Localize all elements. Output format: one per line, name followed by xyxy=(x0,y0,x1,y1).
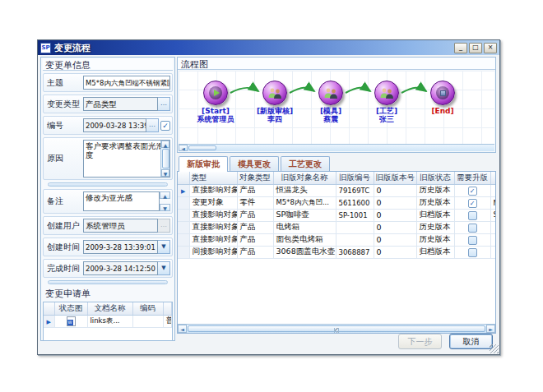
scroll-thumb[interactable] xyxy=(188,145,216,150)
close-button[interactable]: × xyxy=(484,43,497,53)
upgrade-checkbox[interactable] xyxy=(468,211,477,220)
creator-input[interactable]: 系统管理员 xyxy=(83,219,158,233)
mini-cell-code xyxy=(132,315,163,327)
creator-ellipsis-button: … xyxy=(158,219,170,233)
remark-textarea[interactable]: 修改为亚光感 xyxy=(83,191,160,211)
table-row[interactable]: ▶ 直接影响对象产品 恒温龙头79169TC 0历史版本 xyxy=(178,184,496,196)
flow-canvas[interactable]: [Start] 系统管理员 [新版审核] 李四 [模具] 蔡震 xyxy=(179,71,494,144)
subject-label: 主题 xyxy=(45,77,83,89)
table-row[interactable]: 变更对象零件 M5*8内六角凹...5611600 0历史版本 M5*8 xyxy=(178,196,496,209)
titlebar[interactable]: SP 变更流程 _ □ × xyxy=(38,40,499,55)
scroll-up-icon[interactable]: ▲ xyxy=(161,141,169,148)
upgrade-checkbox[interactable] xyxy=(468,248,477,257)
spin-down-icon[interactable]: ▼ xyxy=(160,204,170,211)
upgrade-checkbox[interactable] xyxy=(468,199,477,208)
resize-grip[interactable] xyxy=(490,344,499,353)
selector-header xyxy=(178,172,189,184)
people-icon xyxy=(318,81,343,105)
col-old-code[interactable]: 旧版编号 xyxy=(336,172,374,184)
number-ellipsis-button[interactable]: … xyxy=(146,118,159,132)
window-title: 变更流程 xyxy=(54,42,454,54)
panel-header-change-request-list: 变更申请单 xyxy=(43,287,173,299)
end-node-icon xyxy=(430,81,455,105)
field-number: 编号 2009-03-28 13:39:01 … ✓ xyxy=(43,116,173,135)
tab-mold-change[interactable]: 模具更改 xyxy=(230,156,279,171)
table-row[interactable]: 直接影响对象产品 SP咖啡壶SP-1001 0归档版本 SP咖 xyxy=(178,209,496,221)
active-row-icon: ▶ xyxy=(181,188,185,195)
mini-cell-extra: 普通 xyxy=(163,315,172,327)
change-objects-table: 类型 对象类型 旧版对象名称 旧版编号 旧版版本号 旧版状态 需要升版 新版 ▶… xyxy=(177,171,496,334)
flow-horizontal-scrollbar[interactable]: ◄ xyxy=(179,144,494,151)
flow-node-end[interactable]: [End] xyxy=(414,81,471,115)
flow-node-mold[interactable]: [模具] 蔡震 xyxy=(302,81,360,123)
table-row[interactable]: 直接影响对象产品 电烤箱 0历史版本 xyxy=(178,221,496,233)
upgrade-checkbox[interactable] xyxy=(468,236,477,245)
scroll-thumb[interactable] xyxy=(162,149,169,168)
footer-button-bar: 下一步 取消 xyxy=(398,334,493,349)
change-type-input[interactable]: 产品类型 xyxy=(83,97,158,111)
people-icon xyxy=(262,81,287,105)
mini-col-code[interactable]: 编码 xyxy=(132,302,163,315)
change-type-ellipsis-button[interactable]: … xyxy=(158,97,170,111)
field-creator: 创建用户 系统管理员 … xyxy=(43,216,173,235)
scroll-left-icon[interactable]: ◄ xyxy=(179,145,188,151)
mini-col-status[interactable]: 状态图 xyxy=(54,302,87,315)
create-time-label: 创建时间 xyxy=(45,242,83,253)
change-process-window: SP 变更流程 _ □ × 变更单信息 主题 M5*8内六角凹端不锈钢紧固螺钉 … xyxy=(37,39,500,355)
col-old-status[interactable]: 旧版状态 xyxy=(416,172,454,184)
spin-up-icon[interactable]: ▲ xyxy=(160,191,170,199)
scroll-down-icon[interactable]: ▼ xyxy=(161,169,169,177)
reason-vertical-scrollbar[interactable]: ▲ ▼ xyxy=(160,141,169,177)
col-old-ver[interactable]: 旧版版本号 xyxy=(374,172,416,184)
mini-table-row[interactable]: ▶ links表... 普通 xyxy=(44,315,172,327)
right-panel: 流程图 [Start] 系统管理员 xyxy=(177,57,496,346)
reason-textarea[interactable]: 客户要求调整表面光滑度 ▲ ▼ xyxy=(83,140,170,178)
horizontal-splitter[interactable] xyxy=(48,280,168,284)
scroll-right-icon[interactable]: ► xyxy=(486,325,495,333)
cancel-button[interactable]: 取消 xyxy=(449,334,493,349)
start-node-icon xyxy=(203,81,228,105)
create-time-input[interactable]: 2009-3-28 13:39:01 xyxy=(83,240,158,254)
field-remark: 备注 修改为亚光感 ▲ ▼ xyxy=(43,189,173,214)
word-doc-icon xyxy=(67,316,76,326)
flow-node-process[interactable]: [工艺] 张三 xyxy=(358,81,415,123)
scroll-thumb[interactable] xyxy=(188,325,485,332)
table-row[interactable]: 间接影响对象产品 3068圆盖电水壶3068887 0归档版本 xyxy=(178,246,496,258)
number-input[interactable]: 2009-03-28 13:39:01 xyxy=(83,118,146,132)
upgrade-checkbox[interactable] xyxy=(468,187,477,196)
col-new[interactable]: 新版 xyxy=(490,172,496,184)
change-type-label: 变更类型 xyxy=(45,99,83,110)
field-subject: 主题 M5*8内六角凹端不锈钢紧固螺钉 xyxy=(43,73,173,92)
create-time-dropdown-icon[interactable]: ▼ xyxy=(158,240,170,254)
col-old-name[interactable]: 旧版对象名称 xyxy=(273,172,336,184)
mini-col-extra[interactable] xyxy=(163,302,172,315)
maximize-button[interactable]: □ xyxy=(469,43,482,53)
minimize-button[interactable]: _ xyxy=(454,43,467,53)
tab-process-change[interactable]: 工艺更改 xyxy=(281,156,330,171)
upgrade-checkbox[interactable] xyxy=(468,224,477,233)
col-obj-type[interactable]: 对象类型 xyxy=(237,172,273,184)
finish-time-dropdown-icon[interactable]: ▼ xyxy=(158,261,170,275)
col-upgrade[interactable]: 需要升版 xyxy=(454,172,490,184)
finish-time-input[interactable]: 2009-3-28 14:12:50 xyxy=(83,261,158,275)
tab-new-version-approval[interactable]: 新版审批 xyxy=(179,156,228,172)
number-label: 编号 xyxy=(45,120,83,131)
field-finish-time: 完成时间 2009-3-28 14:12:50 ▼ xyxy=(43,259,173,278)
mini-selector-header xyxy=(44,302,54,315)
number-checkbox[interactable]: ✓ xyxy=(160,121,170,131)
change-request-table: 状态图 文档名称 编码 ▶ links表... 普通 ◄ ► xyxy=(43,302,173,341)
flow-node-new-version-review[interactable]: [新版审核] 李四 xyxy=(246,81,304,123)
horizontal-splitter[interactable] xyxy=(48,182,168,187)
table-horizontal-scrollbar[interactable]: ◄ ► xyxy=(178,324,495,333)
scroll-left-icon[interactable]: ◄ xyxy=(178,325,187,333)
table-row[interactable]: 直接影响对象产品 面包类电烤箱 0历史版本 xyxy=(178,233,496,246)
change-order-info-panel: 变更单信息 主题 M5*8内六角凹端不锈钢紧固螺钉 变更类型 产品类型 … 编号… xyxy=(40,57,175,341)
remark-label: 备注 xyxy=(45,196,83,207)
mini-col-docname[interactable]: 文档名称 xyxy=(87,302,132,315)
tab-strip: 新版审批 模具更改 工艺更改 xyxy=(177,156,330,171)
flow-node-start[interactable]: [Start] 系统管理员 xyxy=(187,81,244,123)
subject-input[interactable]: M5*8内六角凹端不锈钢紧固螺钉 xyxy=(83,76,170,90)
col-type[interactable]: 类型 xyxy=(189,172,237,184)
field-change-type: 变更类型 产品类型 … xyxy=(43,95,173,113)
people-icon xyxy=(374,81,399,105)
